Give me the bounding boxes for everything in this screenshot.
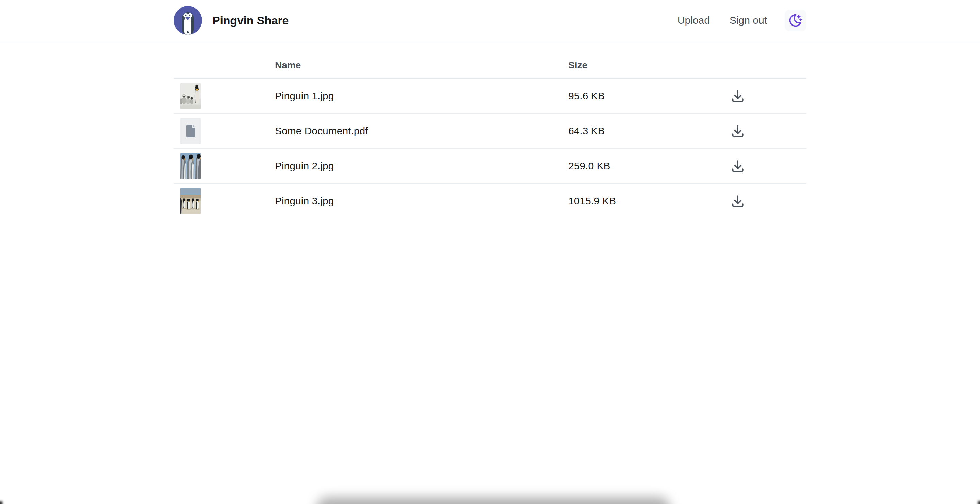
file-table: Name Size <box>173 52 807 218</box>
file-thumbnail-king-penguins-beach[interactable] <box>180 188 201 214</box>
file-name: Pinguin 1.jpg <box>268 79 562 114</box>
table-row: Pinguin 1.jpg 95.6 KB <box>173 79 807 114</box>
table-row: Some Document.pdf 64.3 KB <box>173 114 807 149</box>
file-name: Pinguin 3.jpg <box>268 184 562 218</box>
download-icon <box>730 124 745 138</box>
download-icon <box>730 89 745 103</box>
bottom-left-corner-mark <box>0 501 2 504</box>
table-header-row: Name Size <box>173 52 807 79</box>
file-name: Pinguin 2.jpg <box>268 149 562 184</box>
moon-stars-icon <box>788 13 803 28</box>
file-size: 64.3 KB <box>562 114 721 149</box>
download-button[interactable] <box>728 157 747 176</box>
download-icon <box>730 193 745 208</box>
file-thumbnail-emperor-penguins[interactable] <box>180 83 201 109</box>
document-file-icon <box>185 124 196 138</box>
theme-toggle-button[interactable] <box>785 10 807 31</box>
file-thumbnail-king-penguins-closeup[interactable] <box>180 153 201 179</box>
download-button[interactable] <box>728 192 747 211</box>
actions-column-header <box>721 52 807 79</box>
file-size: 259.0 KB <box>562 149 721 184</box>
app-title: Pingvin Share <box>212 14 288 27</box>
file-name: Some Document.pdf <box>268 114 562 149</box>
file-size: 1015.9 KB <box>562 184 721 218</box>
download-button[interactable] <box>728 121 747 141</box>
name-column-header: Name <box>268 52 562 79</box>
file-thumbnail-document[interactable] <box>180 118 201 144</box>
bottom-right-corner-mark <box>978 501 980 504</box>
file-size: 95.6 KB <box>562 79 721 114</box>
upload-link[interactable]: Upload <box>678 14 710 26</box>
download-button[interactable] <box>728 86 747 105</box>
main-content: Name Size <box>173 41 807 218</box>
app-header: Pingvin Share Upload Sign out <box>0 0 980 41</box>
header-inner: Pingvin Share Upload Sign out <box>173 0 807 41</box>
thumbnail-column-header <box>173 52 268 79</box>
bottom-edge-shadow <box>317 497 670 504</box>
penguin-logo-icon <box>173 6 202 35</box>
sign-out-link[interactable]: Sign out <box>730 14 767 26</box>
table-row: Pinguin 2.jpg 259.0 KB <box>173 149 807 184</box>
table-row: Pinguin 3.jpg 1015.9 KB <box>173 184 807 218</box>
size-column-header: Size <box>562 52 721 79</box>
download-icon <box>730 158 745 173</box>
